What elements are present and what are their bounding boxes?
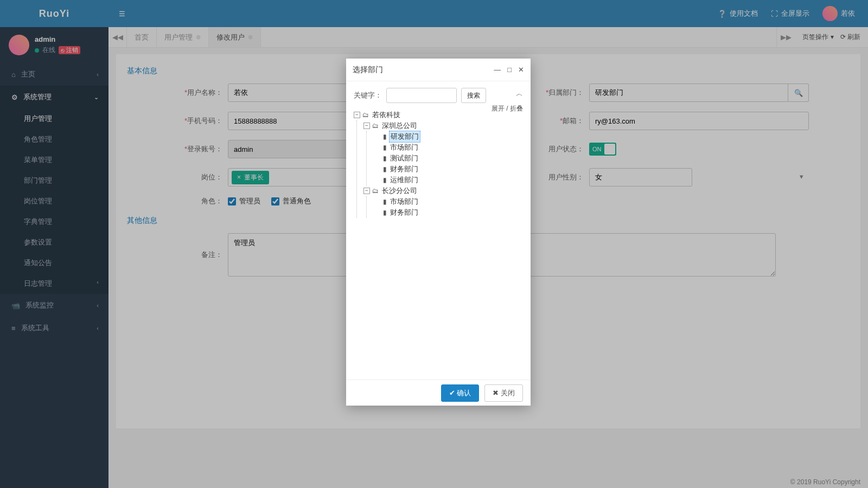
keyword-input[interactable] [386, 88, 457, 103]
tree-label: 测试部门 [389, 153, 419, 164]
tree-leaf[interactable]: ▮市场部门 [373, 142, 523, 153]
confirm-button[interactable]: ✔ 确认 [441, 384, 480, 402]
tree-label: 长沙分公司 [381, 185, 418, 196]
tree-leaf[interactable]: ▮运维部门 [373, 175, 523, 185]
cancel-button[interactable]: ✖ 关闭 [484, 384, 523, 402]
search-button[interactable]: 搜索 [461, 88, 486, 103]
btn-label: 关闭 [501, 389, 515, 397]
minimize-button[interactable]: — [494, 66, 501, 74]
tree-label: 运维部门 [389, 175, 419, 185]
tree-label: 研发部门 [389, 131, 420, 143]
folder-open-icon: 🗂 [372, 185, 379, 196]
file-icon: ▮ [383, 142, 387, 153]
folder-open-icon: 🗂 [362, 110, 369, 120]
tree-label: 若依科技 [371, 110, 401, 120]
tree-label: 深圳总公司 [381, 120, 418, 131]
dialog-footer: ✔ 确认 ✖ 关闭 [346, 380, 531, 406]
tree-leaf[interactable]: ▮财务部门 [373, 164, 523, 175]
tree-label: 市场部门 [389, 142, 419, 153]
dialog-header[interactable]: 选择部门 — □ ✕ [346, 59, 531, 81]
dialog-title: 选择部门 [353, 65, 494, 75]
btn-label: 确认 [457, 389, 471, 397]
tree-leaf[interactable]: ▮研发部门 [373, 131, 523, 142]
tree-collapse-icon[interactable]: − [354, 112, 360, 118]
keyword-row: 关键字： 搜索 [354, 88, 523, 103]
tree-node-c2[interactable]: − 🗂 长沙分公司 [363, 185, 523, 196]
file-icon: ▮ [383, 207, 387, 218]
tree-node-c1[interactable]: − 🗂 深圳总公司 [363, 120, 523, 131]
tree-collapse-icon[interactable]: − [363, 188, 370, 194]
dept-dialog: 选择部门 — □ ✕ ︿ 关键字： 搜索 展开 / 折叠 − 🗂 若依科技 − … [346, 59, 531, 406]
collapse-panel-icon[interactable]: ︿ [516, 89, 523, 99]
file-icon: ▮ [383, 175, 387, 185]
close-icon: ✖ [493, 389, 499, 397]
tree-leaf[interactable]: ▮财务部门 [373, 207, 523, 218]
dialog-body: ︿ 关键字： 搜索 展开 / 折叠 − 🗂 若依科技 − 🗂 深圳总公司 ▮研发… [346, 81, 531, 380]
tree-label: 市场部门 [389, 196, 419, 207]
keyword-label: 关键字： [354, 91, 382, 100]
folder-open-icon: 🗂 [372, 120, 379, 131]
dept-tree: − 🗂 若依科技 − 🗂 深圳总公司 ▮研发部门 ▮市场部门 ▮测试部门 ▮财务… [354, 110, 523, 218]
file-icon: ▮ [383, 196, 387, 207]
close-button[interactable]: ✕ [518, 66, 524, 74]
maximize-button[interactable]: □ [507, 66, 512, 74]
file-icon: ▮ [383, 131, 387, 142]
file-icon: ▮ [383, 153, 387, 164]
tree-collapse-icon[interactable]: − [363, 123, 370, 129]
tree-label: 财务部门 [389, 164, 419, 175]
check-icon: ✔ [449, 389, 455, 397]
expand-collapse-link[interactable]: 展开 / 折叠 [492, 104, 523, 113]
file-icon: ▮ [383, 164, 387, 175]
tree-leaf[interactable]: ▮测试部门 [373, 153, 523, 164]
tree-label: 财务部门 [389, 207, 419, 218]
tree-leaf[interactable]: ▮市场部门 [373, 196, 523, 207]
